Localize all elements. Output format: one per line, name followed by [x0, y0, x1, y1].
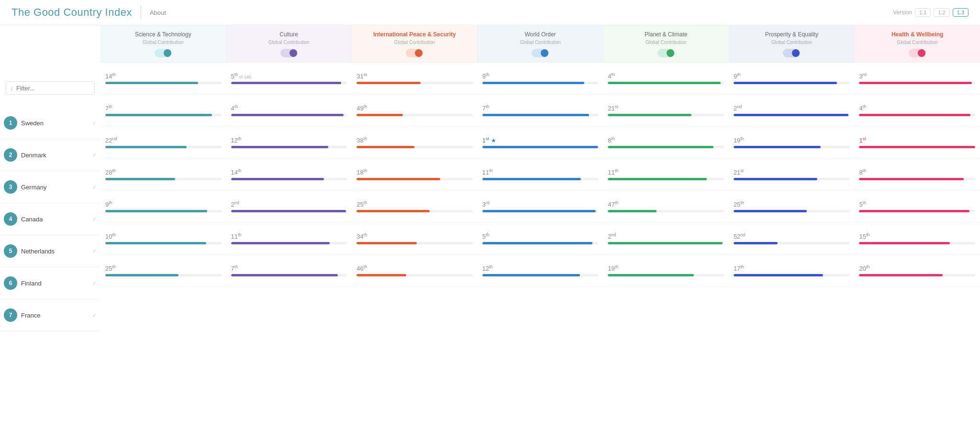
- rank-value: 11th: [482, 168, 599, 176]
- col-subtitle-sci_tech: Global Contribution: [105, 40, 221, 45]
- data-cell-denmark-int_peace: 49th: [352, 104, 478, 116]
- rank-value: 12th: [231, 136, 347, 144]
- bar-wrap: [356, 242, 473, 244]
- table-row: 7th 4th 49th 7th: [100, 95, 980, 127]
- data-cell-denmark-planet_climate: 21st: [603, 104, 729, 116]
- sidebar-item-denmark[interactable]: 2 Denmark ✓: [0, 139, 100, 171]
- data-cell-netherlands-culture: 2nd: [226, 200, 352, 212]
- bar: [356, 114, 403, 116]
- col-toggle-wrap-health[interactable]: [859, 49, 975, 57]
- col-title-sci_tech: Science & Technology: [105, 31, 221, 39]
- data-cell-canada-planet_climate: 11th: [603, 168, 729, 180]
- bar: [482, 146, 599, 148]
- data-cell-sweden-int_peace: 31st: [352, 72, 478, 84]
- col-toggle-sci_tech[interactable]: [155, 49, 172, 57]
- bar-wrap: [734, 114, 850, 116]
- country-rank-badge: 6: [4, 276, 17, 290]
- filter-box[interactable]: ↓: [6, 81, 95, 95]
- col-toggle-health[interactable]: [909, 49, 926, 57]
- data-cell-france-sci_tech: 25th: [100, 264, 226, 276]
- version-1-3-btn[interactable]: 1.3: [953, 8, 969, 17]
- sidebar-item-sweden[interactable]: 1 Sweden ✓: [0, 107, 100, 139]
- rank-value: 22nd: [105, 136, 222, 144]
- sidebar-item-france[interactable]: 7 France ✓: [0, 299, 100, 331]
- bar: [231, 274, 338, 276]
- col-header-prosperity: Prosperity & Equality Global Contributio…: [729, 25, 855, 62]
- data-cell-denmark-health: 4th: [854, 104, 980, 116]
- col-toggle-world_order[interactable]: [532, 49, 549, 57]
- chevron-down-icon: ✓: [92, 152, 97, 158]
- sidebar-item-canada[interactable]: 4 Canada ✓: [0, 203, 100, 235]
- data-cell-sweden-sci_tech: 14th: [100, 72, 226, 84]
- col-toggle-wrap-int_peace[interactable]: [356, 49, 472, 57]
- country-name: Sweden: [21, 120, 90, 127]
- col-toggle-wrap-culture[interactable]: [231, 49, 347, 57]
- bar: [734, 274, 823, 276]
- country-rank-badge: 3: [4, 180, 17, 194]
- bar-wrap: [482, 242, 599, 244]
- rank-value: 19th: [608, 264, 724, 272]
- data-cell-sweden-world_order: 9th: [478, 72, 603, 84]
- version-1-1-btn[interactable]: 1.1: [915, 8, 931, 17]
- bar-wrap: [608, 82, 724, 84]
- col-toggle-planet_climate[interactable]: [657, 49, 675, 57]
- sidebar: ↓ 1 Sweden ✓ 2 Denmark ✓ 3 Germany ✓ 4 C…: [0, 25, 100, 339]
- col-toggle-int_peace[interactable]: [406, 49, 423, 57]
- bar-wrap: [734, 82, 850, 84]
- bar-wrap: [231, 178, 347, 180]
- bar-wrap: [482, 210, 599, 212]
- rank-value: 19th: [734, 136, 850, 144]
- data-cell-germany-planet_climate: 8th: [603, 136, 729, 148]
- col-header-int_peace: International Peace & Security Global Co…: [352, 25, 478, 62]
- rank-value: 2nd: [608, 232, 724, 240]
- rank-value: 25th: [105, 264, 222, 272]
- rank-value: 9th: [734, 72, 850, 80]
- rank-value: 5th: [482, 232, 599, 240]
- sidebar-item-finland[interactable]: 6 Finland ✓: [0, 267, 100, 299]
- col-toggle-prosperity[interactable]: [783, 49, 800, 57]
- data-cell-sweden-culture: 5th of 149: [226, 72, 352, 84]
- col-toggle-wrap-sci_tech[interactable]: [105, 49, 221, 57]
- data-cell-germany-world_order: 1st★: [478, 136, 603, 148]
- bar-wrap: [356, 178, 473, 180]
- data-cell-france-health: 20th: [854, 264, 980, 276]
- about-link[interactable]: About: [150, 9, 166, 16]
- data-cell-finland-sci_tech: 10th: [100, 232, 226, 244]
- version-1-2-btn[interactable]: 1.2: [934, 8, 949, 17]
- col-toggle-culture[interactable]: [280, 49, 298, 57]
- header: The Good Country Index About Version 1.1…: [0, 0, 980, 25]
- bar: [356, 82, 420, 84]
- table-row: 9th 2nd 25th 3rd: [100, 191, 980, 223]
- chevron-down-icon: ✓: [92, 120, 97, 126]
- data-cell-france-int_peace: 46th: [352, 264, 478, 276]
- bar: [105, 274, 178, 276]
- data-cell-france-planet_climate: 19th: [603, 264, 729, 276]
- col-subtitle-culture: Global Contribution: [231, 40, 347, 45]
- bar: [356, 210, 430, 212]
- data-cell-canada-culture: 14th: [226, 168, 352, 180]
- sidebar-item-germany[interactable]: 3 Germany ✓: [0, 171, 100, 203]
- bar: [608, 210, 657, 212]
- filter-input[interactable]: [16, 85, 90, 92]
- bar-wrap: [356, 210, 473, 212]
- rank-value: 49th: [356, 104, 473, 112]
- bar: [859, 178, 963, 180]
- col-toggle-wrap-prosperity[interactable]: [734, 49, 850, 57]
- country-name: Netherlands: [21, 248, 90, 255]
- bar-wrap: [356, 274, 473, 276]
- col-title-int_peace: International Peace & Security: [356, 31, 472, 39]
- rank-value: 7th: [482, 104, 599, 112]
- data-cell-canada-prosperity: 21st: [729, 168, 855, 180]
- country-rank-badge: 2: [4, 148, 17, 162]
- rank-value: 18th: [356, 168, 473, 176]
- table-row: 10th 11th 34th 5th: [100, 223, 980, 255]
- sidebar-item-netherlands[interactable]: 5 Netherlands ✓: [0, 235, 100, 267]
- col-toggle-wrap-planet_climate[interactable]: [608, 49, 724, 57]
- col-title-prosperity: Prosperity & Equality: [734, 31, 850, 39]
- data-cell-sweden-planet_climate: 4th: [603, 72, 729, 84]
- bar: [734, 82, 837, 84]
- filter-arrow-icon: ↓: [10, 84, 13, 92]
- data-cell-denmark-world_order: 7th: [478, 104, 603, 116]
- col-toggle-wrap-world_order[interactable]: [482, 49, 598, 57]
- col-header-sci_tech: Science & Technology Global Contribution: [100, 25, 226, 62]
